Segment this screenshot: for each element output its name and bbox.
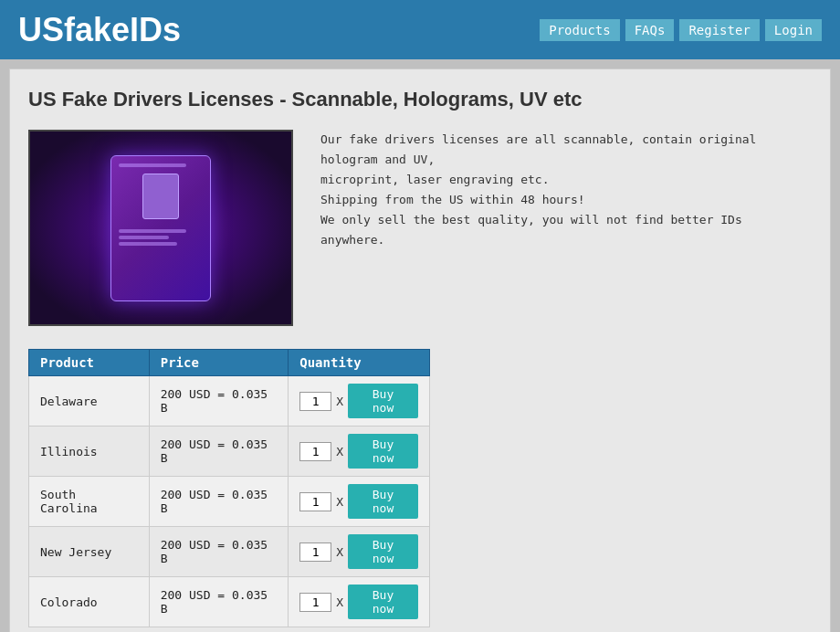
table-row: Colorado200 USD = 0.035 BXBuy now [29, 577, 430, 627]
id-image-uv [30, 132, 291, 324]
x-label: X [336, 595, 343, 609]
table-header-row: Product Price Quantity [29, 350, 430, 376]
nav-bar: Products FAQs Register Login [540, 19, 822, 41]
desc-line-4: We only sell the best quality, you will … [320, 210, 812, 250]
price-cell: 200 USD = 0.035 B [149, 477, 289, 527]
table-row: Delaware200 USD = 0.035 BXBuy now [29, 376, 430, 427]
buy-now-button[interactable]: Buy now [348, 484, 418, 519]
desc-line-1: Our fake drivers licenses are all scanna… [320, 130, 812, 170]
col-product: Product [29, 350, 150, 376]
table-row: South Carolina200 USD = 0.035 BXBuy now [29, 477, 430, 527]
products-table: Product Price Quantity Delaware200 USD =… [28, 349, 430, 627]
product-cell: New Jersey [29, 527, 150, 577]
id-image [28, 130, 293, 326]
nav-products-link[interactable]: Products [540, 19, 619, 41]
description-text: Our fake drivers licenses are all scanna… [320, 130, 812, 326]
buy-now-button[interactable]: Buy now [348, 534, 418, 569]
desc-line-3: Shipping from the US within 48 hours! [320, 190, 812, 210]
id-line-2 [119, 229, 186, 233]
price-cell: 200 USD = 0.035 B [149, 376, 289, 427]
price-cell: 200 USD = 0.035 B [149, 427, 289, 477]
quantity-input[interactable] [299, 492, 331, 511]
quantity-controls: XBuy now [299, 585, 418, 619]
product-cell: Delaware [29, 376, 150, 427]
quantity-cell: XBuy now [289, 577, 430, 627]
quantity-controls: XBuy now [299, 534, 418, 569]
price-cell: 200 USD = 0.035 B [149, 527, 289, 577]
id-photo-area [142, 174, 179, 219]
buy-now-button[interactable]: Buy now [348, 384, 418, 418]
site-title: USfakeIDs [18, 11, 181, 49]
table-row: Illinois200 USD = 0.035 BXBuy now [29, 427, 430, 477]
quantity-cell: XBuy now [289, 477, 430, 527]
id-card-visual [110, 155, 211, 301]
id-line-3 [119, 236, 169, 239]
buy-now-button[interactable]: Buy now [348, 434, 418, 469]
id-line-1 [119, 163, 186, 167]
col-price: Price [149, 350, 289, 376]
nav-login-link[interactable]: Login [765, 19, 822, 41]
product-cell: Colorado [29, 577, 150, 627]
nav-register-link[interactable]: Register [679, 19, 759, 41]
product-cell: Illinois [29, 427, 150, 477]
quantity-controls: XBuy now [299, 384, 418, 418]
quantity-cell: XBuy now [289, 527, 430, 577]
id-text-lines [119, 229, 203, 246]
x-label: X [336, 395, 343, 408]
price-cell: 200 USD = 0.035 B [149, 577, 289, 627]
x-label: X [336, 495, 343, 509]
quantity-input[interactable] [299, 593, 331, 612]
x-label: X [336, 545, 343, 559]
quantity-input[interactable] [299, 442, 331, 461]
quantity-cell: XBuy now [289, 427, 430, 477]
quantity-input[interactable] [299, 542, 331, 562]
product-cell: South Carolina [29, 477, 150, 527]
quantity-cell: XBuy now [289, 376, 430, 427]
main-content: US Fake Drivers Licenses - Scannable, Ho… [9, 68, 831, 632]
intro-section: Our fake drivers licenses are all scanna… [28, 130, 812, 326]
quantity-input[interactable] [299, 392, 331, 411]
table-body: Delaware200 USD = 0.035 BXBuy nowIllinoi… [29, 376, 430, 627]
id-line-4 [119, 242, 177, 246]
x-label: X [336, 445, 343, 458]
quantity-controls: XBuy now [299, 484, 418, 519]
nav-faqs-link[interactable]: FAQs [625, 19, 675, 41]
quantity-controls: XBuy now [299, 434, 418, 469]
buy-now-button[interactable]: Buy now [348, 585, 418, 619]
page-title: US Fake Drivers Licenses - Scannable, Ho… [28, 88, 812, 111]
header: USfakeIDs Products FAQs Register Login [0, 0, 840, 59]
col-quantity: Quantity [289, 350, 430, 376]
desc-line-2: microprint, laser engraving etc. [320, 170, 812, 190]
table-row: New Jersey200 USD = 0.035 BXBuy now [29, 527, 430, 577]
